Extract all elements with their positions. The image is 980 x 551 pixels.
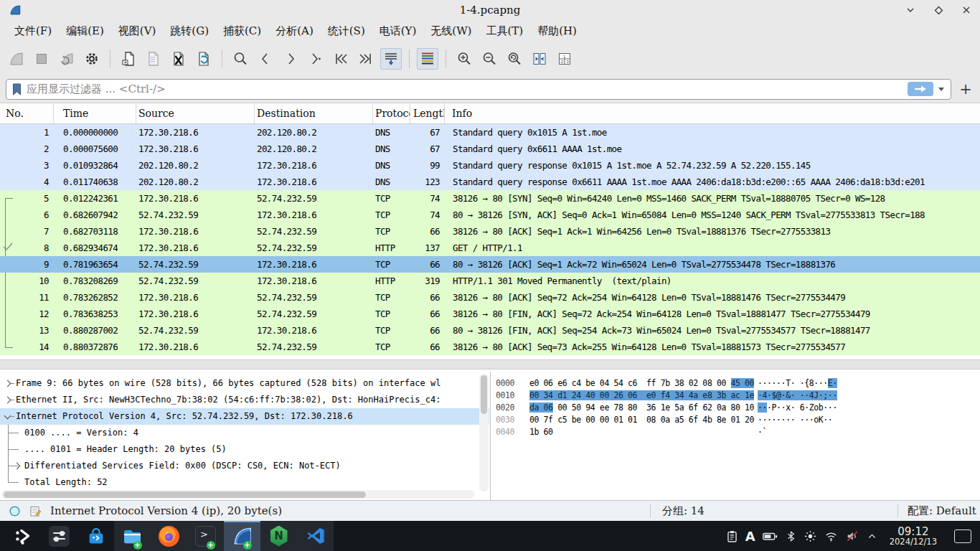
- menu-item[interactable]: 分析(A): [268, 22, 321, 40]
- packet-row[interactable]: 20.000075600172.30.218.6202.120.80.2DNS6…: [0, 141, 980, 157]
- auto-scroll-icon[interactable]: [380, 48, 402, 70]
- tray-battery-icon[interactable]: [762, 529, 778, 543]
- status-profile[interactable]: 配置: Default: [898, 504, 980, 518]
- add-filter-button-icon[interactable]: +: [957, 80, 974, 98]
- stop-capture-icon[interactable]: [31, 48, 52, 70]
- packet-row[interactable]: 40.011740638202.120.80.2172.30.218.6DNS1…: [0, 174, 980, 190]
- column-header[interactable]: No.: [0, 103, 54, 123]
- column-header[interactable]: Destination: [255, 103, 373, 123]
- taskbar-wireshark-icon[interactable]: +: [224, 521, 260, 551]
- show-desktop-button[interactable]: [954, 529, 971, 543]
- taskbar-neovim-icon[interactable]: N: [260, 521, 297, 551]
- open-file-icon[interactable]: [118, 48, 139, 70]
- details-horizontal-scrollbar[interactable]: [1, 490, 475, 499]
- menu-item[interactable]: 工具(T): [479, 22, 530, 40]
- menu-item[interactable]: 视图(V): [111, 22, 164, 40]
- packet-row[interactable]: 30.010932864202.120.80.2172.30.218.6DNS9…: [0, 157, 980, 174]
- packet-row[interactable]: 110.783262852172.30.218.652.74.232.59TCP…: [0, 289, 980, 306]
- column-header[interactable]: Info: [445, 103, 980, 123]
- taskbar-vscode-icon[interactable]: [297, 521, 334, 551]
- column-header[interactable]: Time: [54, 103, 136, 123]
- taskbar-file-manager-icon[interactable]: +: [114, 521, 151, 551]
- packet-row[interactable]: 120.783638253172.30.218.652.74.232.59TCP…: [0, 306, 980, 322]
- layout-columns-icon[interactable]: 123: [554, 48, 575, 70]
- zoom-reset-icon[interactable]: [504, 48, 525, 70]
- capture-options-icon[interactable]: [81, 48, 103, 70]
- column-header[interactable]: Protocol: [373, 103, 410, 123]
- taskbar-app-store-icon[interactable]: [77, 521, 114, 551]
- packet-row[interactable]: 60.68260794252.74.232.59172.30.218.6TCP7…: [0, 207, 980, 223]
- packet-row[interactable]: 50.012242361172.30.218.652.74.232.59TCP7…: [0, 190, 980, 207]
- hex-row[interactable]: 00401b 60·`: [496, 426, 980, 438]
- taskbar-settings-icon[interactable]: [41, 521, 77, 551]
- detail-line[interactable]: Total Length: 52: [0, 474, 491, 491]
- capture-comment-icon[interactable]: [29, 505, 42, 517]
- zoom-in-icon[interactable]: [453, 48, 475, 70]
- filter-history-caret-icon[interactable]: [938, 88, 944, 91]
- detail-line[interactable]: .... 0101 = Header Length: 20 bytes (5): [0, 441, 491, 458]
- display-filter-input[interactable]: 应用显示过滤器 ... <Ctrl-/>: [6, 79, 951, 100]
- pane-splitter[interactable]: [0, 355, 980, 372]
- restart-capture-icon[interactable]: [56, 48, 77, 70]
- column-header[interactable]: Source: [136, 103, 255, 123]
- go-last-packet-icon[interactable]: [355, 48, 377, 70]
- menu-item[interactable]: 跳转(G): [163, 22, 216, 40]
- close-file-icon[interactable]: [168, 48, 189, 70]
- menu-item[interactable]: 捕获(C): [216, 22, 268, 40]
- hex-row[interactable]: 0000e0 06 e6 c4 be 04 54 c6 ff 7b 38 02 …: [496, 377, 980, 390]
- apply-filter-button[interactable]: [908, 82, 933, 96]
- taskbar-terminal-icon[interactable]: > +: [187, 521, 224, 551]
- menu-item[interactable]: 电话(Y): [372, 22, 424, 40]
- menu-item[interactable]: 帮助(H): [530, 22, 584, 40]
- reload-file-icon[interactable]: [193, 48, 215, 70]
- tray-wifi-icon[interactable]: [824, 529, 839, 543]
- hex-row[interactable]: 0020da 06 00 50 94 ee 78 80 36 1e 5a 6f …: [496, 402, 980, 414]
- collapse-arrow-icon[interactable]: [4, 412, 11, 419]
- packet-row[interactable]: 140.880372876172.30.218.652.74.232.59TCP…: [0, 339, 980, 355]
- details-vertical-scrollbar[interactable]: [479, 374, 489, 491]
- zoom-out-icon[interactable]: [479, 48, 500, 70]
- packet-row[interactable]: 10.000000000172.30.218.6202.120.80.2DNS6…: [0, 124, 980, 141]
- column-header[interactable]: Lengtl: [410, 103, 445, 123]
- menu-item[interactable]: 文件(F): [7, 22, 59, 40]
- go-to-packet-icon[interactable]: [305, 48, 326, 70]
- tray-expand-chevron-icon[interactable]: [866, 530, 878, 542]
- detail-line[interactable]: Differentiated Services Field: 0x00 (DSC…: [0, 458, 491, 474]
- expert-info-icon[interactable]: [9, 505, 21, 517]
- filter-bookmark-icon[interactable]: [12, 83, 22, 95]
- tray-clipboard-icon[interactable]: [725, 529, 739, 543]
- tray-input-method-icon[interactable]: A: [745, 529, 755, 544]
- tray-brightness-icon[interactable]: [804, 529, 817, 543]
- detail-line[interactable]: Frame 9: 66 bytes on wire (528 bits), 66…: [0, 375, 489, 392]
- menu-item[interactable]: 统计(S): [321, 22, 372, 40]
- expand-arrow-icon[interactable]: [4, 380, 11, 387]
- packet-row[interactable]: 130.88028700252.74.232.59172.30.218.6TCP…: [0, 322, 980, 339]
- packet-row[interactable]: 70.682703118172.30.218.652.74.232.59TCP6…: [0, 223, 980, 240]
- expand-arrow-icon[interactable]: [4, 396, 11, 403]
- go-first-packet-icon[interactable]: [330, 48, 352, 70]
- hex-row[interactable]: 003000 7f c5 be 00 00 01 01 08 0a a5 6f …: [496, 414, 980, 426]
- save-file-icon[interactable]: [143, 48, 164, 70]
- packet-row[interactable]: 100.78320826952.74.232.59172.30.218.6HTT…: [0, 273, 980, 289]
- menu-item[interactable]: 编辑(E): [59, 22, 111, 40]
- tray-bluetooth-icon[interactable]: [785, 529, 797, 543]
- packet-row[interactable]: 90.78196365452.74.232.59172.30.218.6TCP6…: [0, 256, 980, 273]
- taskbar-clock[interactable]: 09:12 2024/12/13: [890, 526, 937, 547]
- taskbar-launcher-icon[interactable]: [4, 521, 41, 551]
- colorize-packets-icon[interactable]: [417, 48, 438, 70]
- hex-row[interactable]: 001000 34 d1 24 40 00 26 06 e0 f4 34 4a …: [496, 390, 980, 402]
- go-forward-icon[interactable]: [280, 48, 301, 70]
- find-packet-icon[interactable]: [230, 48, 251, 70]
- go-back-icon[interactable]: [255, 48, 276, 70]
- taskbar-firefox-icon[interactable]: [151, 521, 187, 551]
- detail-line[interactable]: 0100 .... = Version: 4: [0, 425, 491, 441]
- detail-line[interactable]: Internet Protocol Version 4, Src: 52.74.…: [0, 408, 489, 425]
- maximize-icon[interactable]: [930, 2, 946, 18]
- start-capture-icon[interactable]: [6, 48, 27, 70]
- tray-volume-muted-icon[interactable]: [845, 529, 859, 543]
- close-icon[interactable]: [958, 2, 974, 18]
- packet-row[interactable]: 80.682934674172.30.218.652.74.232.59HTTP…: [0, 240, 980, 256]
- resize-columns-icon[interactable]: [529, 48, 550, 70]
- detail-line[interactable]: Ethernet II, Src: NewH3CTechno_7b:38:02 …: [0, 392, 489, 408]
- minimize-icon[interactable]: [903, 2, 918, 18]
